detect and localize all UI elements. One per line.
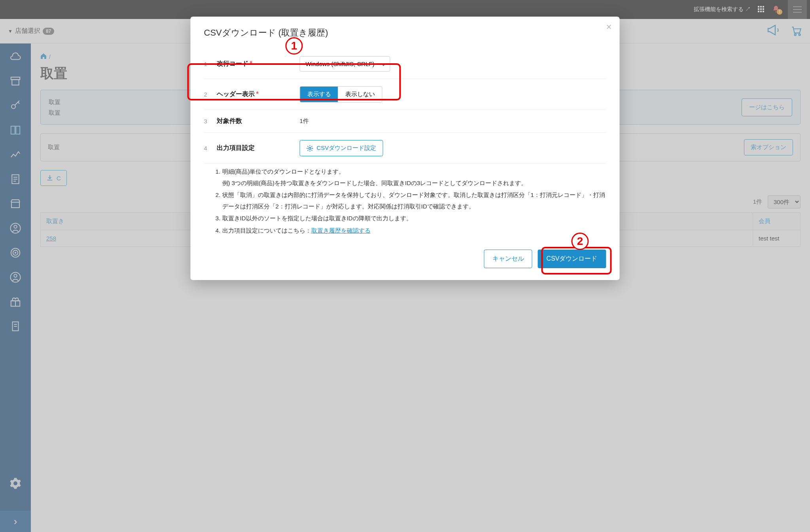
- row-num: 2: [204, 91, 217, 98]
- cancel-button[interactable]: キャンセル: [484, 250, 532, 268]
- row-num: 3: [204, 118, 217, 125]
- note-item: 取置きID以外のソートを指定した場合は取置きIDの降順で出力します。: [222, 213, 606, 224]
- row-output-settings: 4 出力項目設定 CSVダウンロード設定: [204, 133, 606, 164]
- row-label: 対象件数: [217, 117, 300, 125]
- note-item: 出力項目設定についてはこちら：取置き履歴を確認する: [222, 225, 606, 237]
- csv-download-modal: × CSVダウンロード (取置き履歴) 1 改行コード* Windows (Sh…: [191, 17, 620, 280]
- row-label: 改行コード*: [217, 60, 300, 68]
- seg-show-button[interactable]: 表示する: [300, 87, 338, 102]
- modal-title: CSVダウンロード (取置き履歴): [204, 27, 606, 39]
- row-encoding: 1 改行コード* Windows (ShiftJIS, CRLF): [204, 49, 606, 79]
- row-target-count: 3 対象件数 1件: [204, 110, 606, 133]
- row-label: ヘッダー表示*: [217, 90, 300, 98]
- seg-hide-button[interactable]: 表示しない: [338, 87, 382, 102]
- header-display-segment: 表示する 表示しない: [300, 86, 382, 102]
- target-count-value: 1件: [300, 117, 606, 125]
- row-header-display: 2 ヘッダー表示* 表示する 表示しない: [204, 79, 606, 110]
- csv-settings-button[interactable]: CSVダウンロード設定: [300, 140, 383, 156]
- row-num: 1: [204, 61, 217, 67]
- csv-download-button[interactable]: CSVダウンロード: [538, 250, 606, 268]
- row-num: 4: [204, 145, 217, 151]
- gear-icon: [307, 145, 314, 152]
- note-link[interactable]: 取置き履歴を確認する: [311, 227, 371, 234]
- modal-close-button[interactable]: ×: [606, 22, 611, 32]
- modal-notes: 明細(商品)単位でのダウンロードとなります。 例) 3つの明細(商品)を持つ取置…: [204, 164, 606, 242]
- note-item: 明細(商品)単位でのダウンロードとなります。 例) 3つの明細(商品)を持つ取置…: [222, 166, 606, 189]
- note-item: 状態「取消」の取置きは内部的に打消データを保持しており、ダウンロード対象です。取…: [222, 189, 606, 212]
- encoding-select[interactable]: Windows (ShiftJIS, CRLF): [300, 56, 390, 72]
- svg-point-15: [309, 147, 311, 149]
- row-label: 出力項目設定: [217, 144, 300, 152]
- modal-actions: キャンセル CSVダウンロード: [204, 250, 606, 268]
